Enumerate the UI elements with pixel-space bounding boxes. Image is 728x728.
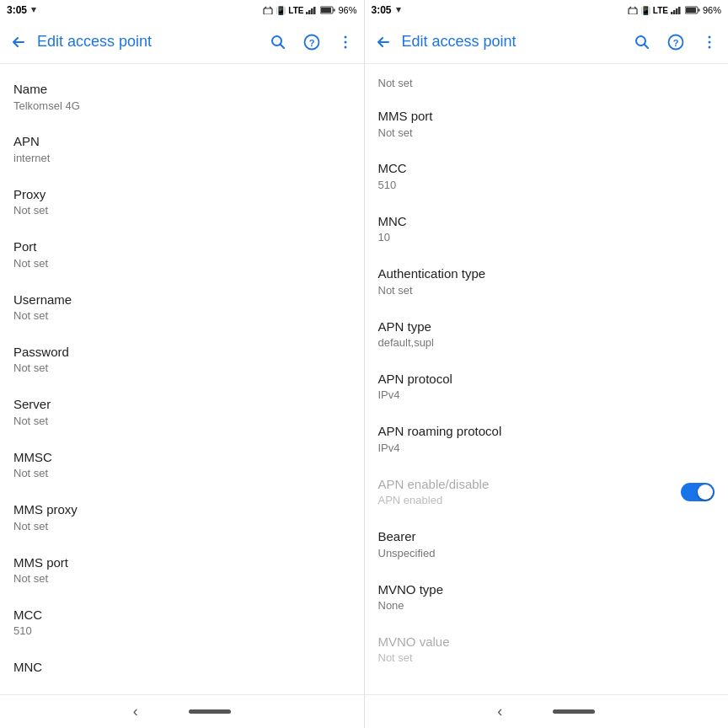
svg-point-35 bbox=[709, 46, 711, 48]
svg-rect-21 bbox=[698, 9, 699, 12]
nav-back-left[interactable]: ‹ bbox=[133, 703, 138, 720]
setting-mms-proxy-value: Not set bbox=[13, 520, 351, 534]
setting-username-value: Not set bbox=[13, 309, 351, 324]
search-icon-left bbox=[270, 34, 286, 51]
setting-mms-proxy-label: MMS proxy bbox=[13, 501, 351, 518]
setting-mnc[interactable]: MNC bbox=[0, 649, 364, 686]
setting-auth-type-value: Not set bbox=[378, 284, 715, 298]
time-left: 3:05 bbox=[7, 4, 27, 16]
setting-password[interactable]: Password Not set bbox=[0, 334, 364, 386]
setting-apn-type[interactable]: APN type default,supl bbox=[365, 308, 729, 361]
setting-apn[interactable]: APN internet bbox=[0, 123, 364, 175]
scroll-content-left[interactable]: Name Telkomsel 4G APN internet Proxy Not… bbox=[0, 64, 364, 694]
svg-point-26 bbox=[344, 35, 346, 38]
toggle-knob bbox=[698, 484, 713, 500]
svg-point-33 bbox=[709, 35, 711, 38]
setting-mmsc-value: Not set bbox=[13, 467, 351, 481]
status-icons-left: 📳 LTE 96% bbox=[263, 5, 356, 15]
battery-icon-right bbox=[685, 6, 700, 14]
setting-apn-enable-label: APN enable/disable bbox=[378, 476, 682, 493]
nav-icon-left bbox=[29, 6, 38, 14]
setting-mms-proxy[interactable]: MMS proxy Not set bbox=[0, 491, 364, 543]
setting-mnc-value-right: 10 bbox=[378, 231, 715, 245]
setting-apn-roaming-label: APN roaming protocol bbox=[378, 423, 715, 440]
panel-right: Edit access point ? bbox=[365, 20, 729, 728]
svg-rect-6 bbox=[311, 8, 313, 14]
setting-mcc-value: 510 bbox=[13, 624, 351, 639]
setting-mcc-right[interactable]: MCC 510 bbox=[365, 150, 729, 202]
setting-mcc-label: MCC bbox=[13, 607, 351, 624]
setting-mnc-right[interactable]: MNC 10 bbox=[365, 203, 729, 255]
nav-pill-left[interactable] bbox=[189, 709, 231, 714]
setting-mvno-value-value: Not set bbox=[378, 651, 715, 666]
setting-proxy[interactable]: Proxy Not set bbox=[0, 176, 364, 228]
setting-server[interactable]: Server Not set bbox=[0, 386, 364, 438]
setting-username[interactable]: Username Not set bbox=[0, 281, 364, 334]
setting-apn-enable-value: APN enabled bbox=[378, 494, 682, 508]
search-button-left[interactable] bbox=[263, 27, 293, 57]
setting-mms-port-label-right: MMS port bbox=[378, 108, 715, 125]
scroll-content-right[interactable]: Not set MMS port Not set MCC 510 MNC 10 … bbox=[365, 64, 729, 694]
setting-mms-port[interactable]: MMS port Not set bbox=[0, 544, 364, 597]
setting-top-partial-value: Not set bbox=[378, 77, 715, 91]
setting-username-label: Username bbox=[13, 292, 351, 308]
help-button-right[interactable]: ? bbox=[661, 27, 691, 57]
setting-mcc[interactable]: MCC 510 bbox=[0, 597, 364, 649]
status-icons-right: 📳 LTE 96% bbox=[628, 5, 721, 15]
setting-top-partial[interactable]: Not set bbox=[365, 71, 729, 98]
setting-mmsc[interactable]: MMSC Not set bbox=[0, 439, 364, 491]
setting-name-value: Telkomsel 4G bbox=[13, 99, 351, 114]
status-bar-right: 3:05 📳 LTE 96% bbox=[365, 0, 729, 20]
signal-icon-right bbox=[671, 6, 682, 14]
alarm-icon-right bbox=[628, 6, 638, 14]
apn-enable-toggle[interactable] bbox=[681, 483, 715, 501]
setting-apn-enable[interactable]: APN enable/disable APN enabled bbox=[365, 466, 729, 518]
back-button-right[interactable] bbox=[368, 27, 399, 57]
setting-bearer-value: Unspecified bbox=[378, 547, 715, 561]
setting-server-label: Server bbox=[13, 396, 351, 413]
setting-server-value: Not set bbox=[13, 415, 351, 429]
dual-status-bars: 3:05 📳 LTE 96% 3:05 bbox=[0, 0, 728, 20]
svg-rect-7 bbox=[313, 7, 316, 14]
nav-bar-right: ‹ bbox=[365, 694, 729, 728]
setting-apn-protocol-value: IPv4 bbox=[378, 388, 715, 403]
vibrate-icon-right: 📳 bbox=[640, 6, 650, 15]
setting-mms-port-label: MMS port bbox=[13, 554, 351, 571]
app-bar-actions-right: ? bbox=[627, 27, 725, 57]
setting-port-value: Not set bbox=[13, 257, 351, 271]
setting-apn-protocol[interactable]: APN protocol IPv4 bbox=[365, 361, 729, 413]
setting-auth-type[interactable]: Authentication type Not set bbox=[365, 255, 729, 308]
search-button-right[interactable] bbox=[627, 27, 657, 57]
setting-name[interactable]: Name Telkomsel 4G bbox=[0, 71, 364, 123]
setting-mms-port-right[interactable]: MMS port Not set bbox=[365, 98, 729, 150]
nav-back-right[interactable]: ‹ bbox=[497, 703, 502, 720]
setting-password-label: Password bbox=[13, 344, 351, 361]
setting-mcc-label-right: MCC bbox=[378, 160, 715, 177]
help-button-left[interactable]: ? bbox=[297, 27, 327, 57]
setting-mvno-value[interactable]: MVNO value Not set bbox=[365, 624, 729, 676]
back-arrow-icon-right bbox=[375, 34, 392, 51]
setting-apn-value: internet bbox=[13, 152, 351, 166]
more-button-left[interactable] bbox=[330, 27, 361, 57]
setting-mvno-type[interactable]: MVNO type None bbox=[365, 571, 729, 624]
svg-rect-1 bbox=[264, 8, 272, 14]
setting-password-value: Not set bbox=[13, 361, 351, 376]
more-button-right[interactable] bbox=[694, 27, 725, 57]
search-icon-right bbox=[634, 34, 650, 51]
back-button-left[interactable] bbox=[3, 27, 34, 57]
nav-pill-right[interactable] bbox=[553, 709, 595, 714]
app-bar-left: Edit access point ? bbox=[0, 20, 364, 64]
app-bar-title-left: Edit access point bbox=[34, 33, 263, 51]
setting-auth-type-label: Authentication type bbox=[378, 265, 715, 282]
svg-point-34 bbox=[709, 40, 711, 43]
battery-pct-left: 96% bbox=[338, 5, 356, 15]
setting-bearer[interactable]: Bearer Unspecified bbox=[365, 518, 729, 570]
svg-rect-9 bbox=[321, 8, 331, 13]
setting-mcc-value-right: 510 bbox=[378, 179, 715, 193]
status-bar-left: 3:05 📳 LTE 96% bbox=[0, 0, 365, 20]
setting-apn-roaming[interactable]: APN roaming protocol IPv4 bbox=[365, 413, 729, 465]
setting-apn-label: APN bbox=[13, 133, 351, 150]
setting-port[interactable]: Port Not set bbox=[0, 228, 364, 281]
setting-mnc-label-right: MNC bbox=[378, 213, 715, 230]
time-right: 3:05 bbox=[372, 4, 392, 16]
